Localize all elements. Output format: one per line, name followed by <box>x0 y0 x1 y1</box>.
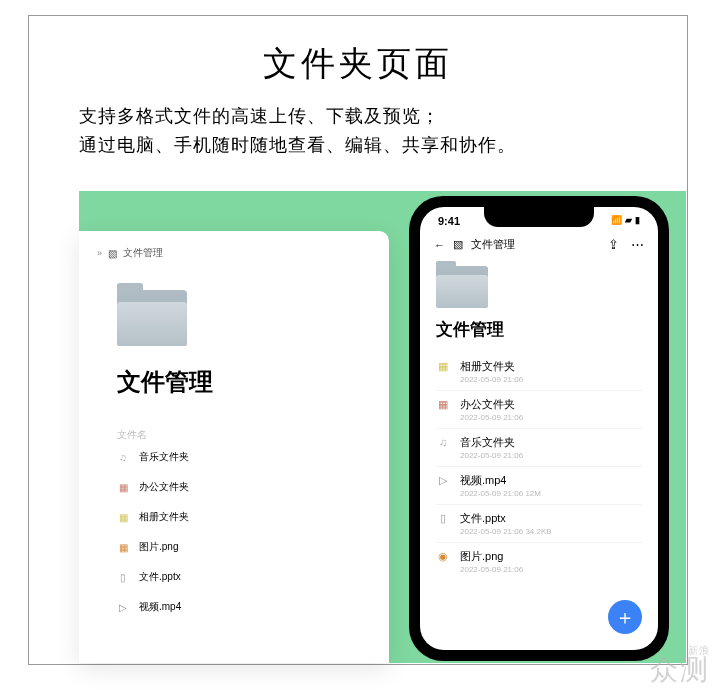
file-meta: 2022-05-09 21:06 <box>460 565 642 574</box>
more-icon[interactable]: ⋯ <box>631 237 644 252</box>
file-name: 文件.pptx <box>139 570 181 584</box>
phone-preview: 9:41 📶 ▰ ▮ ← ▧ 文件管理 ⇪ ⋯ <box>409 196 669 661</box>
status-indicators: 📶 ▰ ▮ <box>611 215 640 227</box>
file-name: 图片.png <box>139 540 178 554</box>
list-item[interactable]: ♫音乐文件夹2022-05-09 21:06 <box>436 429 642 467</box>
list-item[interactable]: ▯文件.pptx <box>97 562 371 592</box>
file-name: 视频.mp4 <box>460 473 642 488</box>
list-item[interactable]: ▷视频.mp4 <box>97 592 371 622</box>
phone-notch <box>484 207 594 227</box>
breadcrumb[interactable]: 文件管理 <box>123 246 163 260</box>
list-item[interactable]: ▦相册文件夹 <box>97 502 371 532</box>
file-name: 相册文件夹 <box>139 510 189 524</box>
file-type-icon: ▯ <box>117 572 129 583</box>
share-icon[interactable]: ⇪ <box>608 237 619 252</box>
breadcrumb[interactable]: 文件管理 <box>471 237 515 252</box>
list-item[interactable]: ▯文件.pptx2022-05-09 21:06 34.2KB <box>436 505 642 543</box>
file-type-icon: ▦ <box>436 360 450 384</box>
file-type-icon: ♫ <box>117 452 129 463</box>
file-name: 文件.pptx <box>460 511 642 526</box>
file-meta: 2022-05-09 21:06 <box>460 375 642 384</box>
list-item[interactable]: ▦相册文件夹2022-05-09 21:06 <box>436 353 642 391</box>
desktop-preview: » ▧ 文件管理 文件管理 文件名 ♫音乐文件夹▦办公文件夹▦相册文件夹▦图片.… <box>79 231 389 663</box>
folder-icon-small: ▧ <box>108 248 117 259</box>
list-item[interactable]: ▷视频.mp42022-05-09 21:06 12M <box>436 467 642 505</box>
file-name: 视频.mp4 <box>139 600 181 614</box>
page-description: 支持多格式文件的高速上传、下载及预览； 通过电脑、手机随时随地查看、编辑、共享和… <box>79 102 637 160</box>
file-type-icon: ♫ <box>436 436 450 460</box>
file-type-icon: ▷ <box>117 602 129 613</box>
status-time: 9:41 <box>438 215 460 227</box>
file-meta: 2022-05-09 21:06 <box>460 413 642 422</box>
battery-icon: ▮ <box>635 215 640 227</box>
file-type-icon: ▦ <box>117 542 129 553</box>
signal-icon: 📶 <box>611 215 622 227</box>
file-type-icon: ▦ <box>117 482 129 493</box>
folder-icon <box>436 266 488 308</box>
file-type-icon: ▦ <box>436 398 450 422</box>
file-type-icon: ▯ <box>436 512 450 536</box>
back-icon[interactable]: ← <box>434 239 445 251</box>
file-meta: 2022-05-09 21:06 <box>460 451 642 460</box>
folder-icon <box>117 290 187 346</box>
file-name: 相册文件夹 <box>460 359 642 374</box>
add-button[interactable]: ＋ <box>608 600 642 634</box>
file-meta: 2022-05-09 21:06 34.2KB <box>460 527 642 536</box>
list-item[interactable]: ◉图片.png2022-05-09 21:06 <box>436 543 642 580</box>
phone-heading: 文件管理 <box>436 318 658 341</box>
file-name: 音乐文件夹 <box>460 435 642 450</box>
desktop-heading: 文件管理 <box>117 366 371 398</box>
column-header-filename: 文件名 <box>117 428 371 442</box>
file-meta: 2022-05-09 21:06 12M <box>460 489 642 498</box>
folder-icon-small: ▧ <box>453 238 463 251</box>
file-name: 办公文件夹 <box>139 480 189 494</box>
list-item[interactable]: ▦办公文件夹2022-05-09 21:06 <box>436 391 642 429</box>
watermark: 新浪 众测 <box>650 646 710 684</box>
page-title: 文件夹页面 <box>29 41 687 87</box>
expand-icon[interactable]: » <box>97 248 102 258</box>
file-type-icon: ▦ <box>117 512 129 523</box>
file-type-icon: ◉ <box>436 550 450 574</box>
wifi-icon: ▰ <box>625 215 632 227</box>
file-name: 办公文件夹 <box>460 397 642 412</box>
list-item[interactable]: ▦办公文件夹 <box>97 472 371 502</box>
list-item[interactable]: ▦图片.png <box>97 532 371 562</box>
file-type-icon: ▷ <box>436 474 450 498</box>
preview-area: » ▧ 文件管理 文件管理 文件名 ♫音乐文件夹▦办公文件夹▦相册文件夹▦图片.… <box>79 191 686 663</box>
list-item[interactable]: ♫音乐文件夹 <box>97 442 371 472</box>
file-name: 音乐文件夹 <box>139 450 189 464</box>
file-name: 图片.png <box>460 549 642 564</box>
